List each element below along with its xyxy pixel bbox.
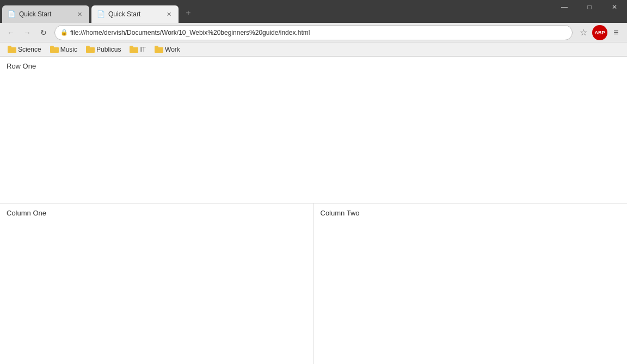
abp-button[interactable]: ABP xyxy=(592,25,607,40)
column-two-section: Column Two xyxy=(314,203,628,364)
address-bar[interactable] xyxy=(70,29,567,36)
bookmark-it-label: IT xyxy=(140,46,146,53)
bookmark-science[interactable]: Science xyxy=(4,45,45,54)
close-button[interactable]: ✕ xyxy=(602,0,627,14)
menu-button[interactable]: ≡ xyxy=(608,25,624,40)
bookmark-star-button[interactable]: ☆ xyxy=(576,25,591,40)
tab-2[interactable]: 📄 Quick Start ✕ xyxy=(91,5,179,23)
bookmark-science-label: Science xyxy=(18,46,41,53)
tab-2-label: Quick Start xyxy=(108,10,161,18)
column-two-label: Column Two xyxy=(321,209,360,217)
content-wrapper: Row One Column One Column Two xyxy=(0,57,627,364)
folder-icon xyxy=(155,46,163,53)
row-one-label: Row One xyxy=(7,62,36,70)
tab-2-close[interactable]: ✕ xyxy=(164,10,173,18)
tab-1[interactable]: 📄 Quick Start ✕ xyxy=(2,5,89,23)
reload-button[interactable]: ↻ xyxy=(36,25,51,40)
folder-icon xyxy=(86,46,95,53)
nav-right-buttons: ☆ ABP ≡ xyxy=(576,25,624,40)
bookmark-music-label: Music xyxy=(60,46,77,53)
column-one-label: Column One xyxy=(7,209,46,217)
minimize-button[interactable]: — xyxy=(552,0,577,14)
bookmarks-bar: Science Music Publicus IT Work xyxy=(0,42,627,57)
bookmark-it[interactable]: IT xyxy=(126,45,149,54)
lock-icon: 🔒 xyxy=(60,29,68,36)
navbar: ← → ↻ 🔒 ☆ ABP ≡ xyxy=(0,23,627,42)
bookmark-work[interactable]: Work xyxy=(151,45,183,54)
forward-button[interactable]: → xyxy=(20,25,35,40)
column-one-section: Column One xyxy=(0,203,314,364)
page-content: Row One Column One Column Two xyxy=(0,57,627,364)
folder-icon xyxy=(8,46,16,53)
folder-icon xyxy=(130,46,138,53)
back-button[interactable]: ← xyxy=(3,25,19,40)
tab-2-icon: 📄 xyxy=(97,10,105,18)
new-tab-button[interactable]: + xyxy=(181,7,196,22)
address-bar-container: 🔒 xyxy=(54,25,573,40)
row-one-section: Row One xyxy=(0,57,627,203)
tab-1-icon: 📄 xyxy=(8,10,16,18)
bookmark-work-label: Work xyxy=(165,46,180,53)
two-columns-section: Column One Column Two xyxy=(0,203,627,364)
bookmark-publicus-label: Publicus xyxy=(96,46,121,53)
tab-1-label: Quick Start xyxy=(19,10,72,18)
bookmark-publicus[interactable]: Publicus xyxy=(83,45,124,54)
tab-1-close[interactable]: ✕ xyxy=(75,10,84,18)
maximize-button[interactable]: □ xyxy=(577,0,602,14)
window-controls: — □ ✕ xyxy=(552,0,627,14)
titlebar: 📄 Quick Start ✕ 📄 Quick Start ✕ + — □ ✕ xyxy=(0,0,627,23)
bookmark-music[interactable]: Music xyxy=(47,45,81,54)
folder-icon xyxy=(50,46,59,53)
